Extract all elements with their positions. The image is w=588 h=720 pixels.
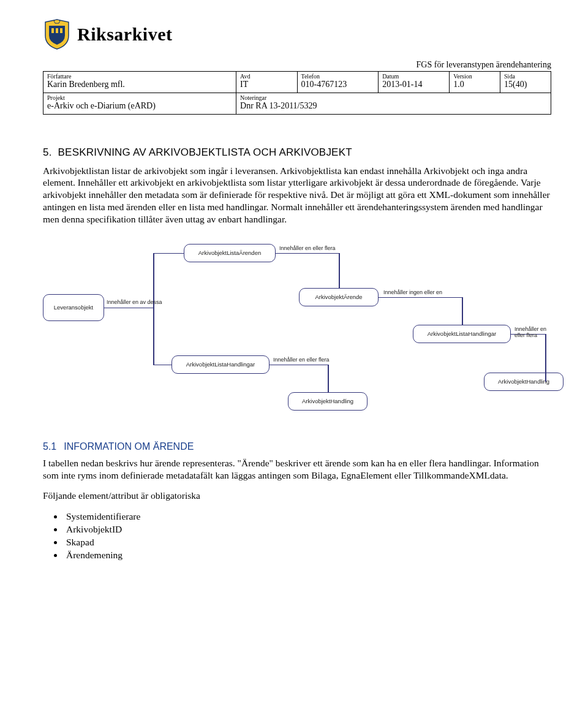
svg-rect-1 <box>56 28 58 33</box>
svg-rect-2 <box>60 28 62 33</box>
section-5-num: 5. <box>43 146 52 158</box>
section-5-title: BESKRIVNING AV ARKIVOBJEKTLISTA OCH ARKI… <box>58 146 352 158</box>
diagram-line <box>153 253 154 365</box>
diagram-line <box>270 365 328 366</box>
section-5-body: Arkivobjektlistan listar de arkivobjekt … <box>43 165 551 225</box>
meta-version-value: 1.0 <box>453 80 464 89</box>
meta-page-value: 15(40) <box>504 80 527 89</box>
diagram-line <box>328 365 329 392</box>
section-51-p1: I tabellen nedan beskrivs hur ärende rep… <box>43 457 551 482</box>
meta-project: Projekt e-Arkiv och e-Diarium (eARD) <box>43 93 236 114</box>
diagram-line <box>104 308 153 309</box>
diagram-line <box>153 365 172 366</box>
diagram-label-3: Innehåller ingen eller en <box>383 289 442 295</box>
meta-version-label: Version <box>453 73 496 80</box>
meta-dept: Avd IT <box>236 72 297 93</box>
org-logo: Riksarkivet <box>43 18 173 50</box>
list-item: Ärendemening <box>64 549 551 562</box>
meta-page-label: Sida <box>504 73 547 80</box>
meta-phone-value: 010-4767123 <box>301 80 347 89</box>
section-51-num: 5.1 <box>43 441 56 452</box>
diagram-line <box>276 253 339 254</box>
meta-phone: Telefon 010-4767123 <box>297 72 379 93</box>
diagram-label-5: Innehåller en eller flera <box>273 357 330 363</box>
meta-table: Författare Karin Bredenberg mfl. Avd IT … <box>43 71 551 115</box>
meta-notes-label: Noteringar <box>240 94 547 101</box>
meta-date: Datum 2013-01-14 <box>379 72 450 93</box>
diagram-label-1: Innehåller en av dessa <box>107 299 162 305</box>
page-supertitle: FGS för leveranstypen ärendehantering <box>43 60 551 70</box>
meta-author-label: Författare <box>47 73 232 80</box>
meta-author: Författare Karin Bredenberg mfl. <box>43 72 236 93</box>
diagram-label-4: Innehåller en eller flera <box>514 326 551 338</box>
org-name: Riksarkivet <box>77 24 173 45</box>
diagram-box-arende: ArkivobjektÄrende <box>299 288 379 306</box>
meta-dept-value: IT <box>240 80 248 89</box>
obligatory-list: Systemidentifierare ArkivobjektID Skapad… <box>64 510 551 562</box>
meta-version: Version 1.0 <box>450 72 500 93</box>
meta-date-value: 2013-01-14 <box>382 80 422 89</box>
meta-notes-value: Dnr RA 13-2011/5329 <box>240 101 317 110</box>
svg-rect-0 <box>51 28 54 33</box>
diagram-box-handling-l: ArkivobjektHandling <box>288 392 368 411</box>
diagram-box-lista-handlingar-r: ArkivobjektListaHandlingar <box>413 325 511 343</box>
diagram-box-leveransobjekt: Leveransobjekt <box>43 294 104 321</box>
meta-phone-label: Telefon <box>301 73 375 80</box>
meta-author-value: Karin Bredenberg mfl. <box>47 80 125 89</box>
diagram-box-handling-r: ArkivobjektHandling <box>484 373 564 391</box>
section-5-heading: 5.BESKRIVNING AV ARKIVOBJEKTLISTA OCH AR… <box>43 146 551 159</box>
diagram-line <box>462 297 463 325</box>
meta-project-label: Projekt <box>47 94 232 101</box>
list-item: ArkivobjektID <box>64 523 551 536</box>
section-51-p2: Följande element/attribut är obligatoris… <box>43 490 551 502</box>
diagram-line <box>339 253 340 288</box>
header-logo-row: Riksarkivet <box>43 18 551 50</box>
list-item: Skapad <box>64 536 551 549</box>
section-51-heading: 5.1INFORMATION OM ÄRENDE <box>43 441 551 452</box>
list-item: Systemidentifierare <box>64 510 551 523</box>
section-51-title: INFORMATION OM ÄRENDE <box>64 441 194 452</box>
diagram-line <box>379 297 462 298</box>
meta-notes: Noteringar Dnr RA 13-2011/5329 <box>236 93 551 114</box>
meta-project-value: e-Arkiv och e-Diarium (eARD) <box>47 101 156 110</box>
meta-dept-label: Avd <box>240 73 293 80</box>
meta-page: Sida 15(40) <box>500 72 551 93</box>
diagram-label-2: Innehåller en eller flera <box>279 245 336 251</box>
crest-icon <box>43 18 71 50</box>
diagram-line <box>545 334 546 382</box>
diagram-line <box>153 253 184 254</box>
meta-date-label: Datum <box>382 73 445 80</box>
diagram-box-lista-arenden: ArkivobjektListaÄrenden <box>184 244 276 262</box>
diagram: Leveransobjekt ArkivobjektListaÄrenden A… <box>43 239 551 417</box>
diagram-box-lista-handlingar-l: ArkivobjektListaHandlingar <box>172 355 270 374</box>
